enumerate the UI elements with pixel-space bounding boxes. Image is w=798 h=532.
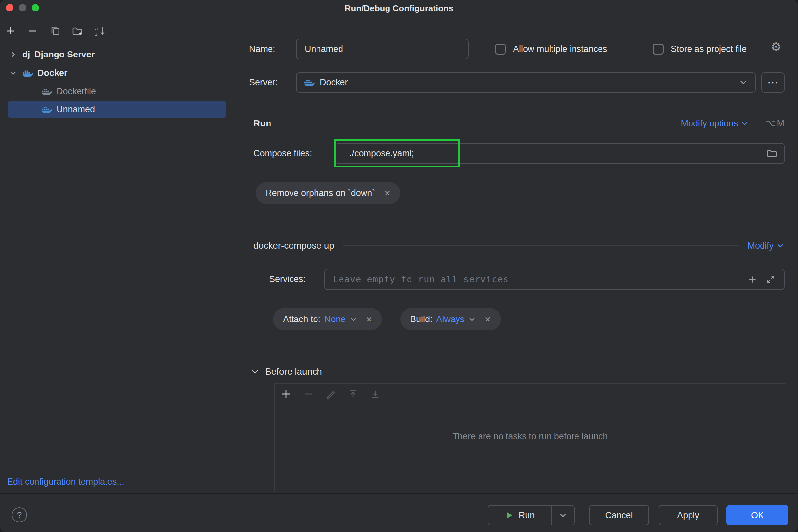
docker-icon xyxy=(304,78,314,87)
svg-text:a: a xyxy=(95,26,98,31)
help-button[interactable]: ? xyxy=(12,507,27,522)
tree-item-dockerfile[interactable]: Dockerfile xyxy=(0,82,236,100)
chevron-down-icon[interactable] xyxy=(8,69,18,77)
docker-icon xyxy=(22,69,33,77)
sidebar-toolbar: a z xyxy=(5,25,106,37)
before-launch-tasks-panel: There are no tasks to run before launch xyxy=(274,383,786,492)
compose-files-input[interactable] xyxy=(335,148,767,158)
tree-item-label: Docker xyxy=(37,68,68,78)
titlebar: Run/Debug Configurations xyxy=(0,0,798,15)
server-select[interactable]: Docker xyxy=(296,72,756,93)
compose-files-label: Compose files: xyxy=(253,143,312,164)
chevron-down-icon xyxy=(251,367,259,376)
store-as-project-file-checkbox[interactable] xyxy=(653,44,664,55)
allow-multiple-instances-option: Allow multiple instances xyxy=(495,39,607,59)
chevron-down-icon xyxy=(739,78,748,87)
modify-options-shortcut: M xyxy=(766,118,784,129)
ok-button[interactable]: OK xyxy=(726,505,788,526)
remove-orphans-pill[interactable]: Remove orphans on `down` × xyxy=(256,182,400,204)
run-section-title: Run xyxy=(253,118,271,129)
chevron-down-icon xyxy=(776,242,784,250)
compose-files-field[interactable] xyxy=(335,143,784,164)
dialog-footer: ? Run Cancel Apply OK xyxy=(0,493,798,532)
django-icon: dj xyxy=(22,50,30,60)
apply-button[interactable]: Apply xyxy=(659,505,718,526)
browse-server-button[interactable]: ⋯ xyxy=(761,72,784,93)
before-launch-header[interactable]: Before launch xyxy=(251,363,322,380)
store-as-project-file-option: Store as project file xyxy=(653,39,747,59)
close-icon[interactable]: × xyxy=(485,313,491,325)
edit-configuration-templates-link[interactable]: Edit configuration templates... xyxy=(7,477,124,487)
add-configuration-icon[interactable] xyxy=(5,25,16,37)
section-divider xyxy=(343,245,739,246)
run-options-dropdown[interactable] xyxy=(551,506,574,525)
modify-options-link[interactable]: Modify options xyxy=(681,118,748,129)
modify-label: Modify xyxy=(747,241,774,251)
build-label: Build: xyxy=(410,314,433,324)
name-field-wrap xyxy=(296,39,469,59)
copy-configuration-icon[interactable] xyxy=(49,25,61,37)
window-title: Run/Debug Configurations xyxy=(0,0,798,15)
close-icon[interactable]: × xyxy=(366,313,373,325)
allow-multiple-instances-checkbox[interactable] xyxy=(495,44,506,55)
gear-icon[interactable]: ⚙ xyxy=(771,40,781,54)
chevron-down-icon xyxy=(350,316,357,323)
new-folder-icon[interactable] xyxy=(72,25,84,37)
run-section-header: Run Modify options M xyxy=(253,114,784,133)
attach-to-label: Attach to: xyxy=(283,314,321,324)
build-pill[interactable]: Build: Always × xyxy=(400,308,501,330)
attach-to-pill[interactable]: Attach to: None × xyxy=(273,308,382,330)
add-service-icon[interactable] xyxy=(748,275,757,284)
name-label: Name: xyxy=(249,39,275,59)
tree-item-docker[interactable]: Docker xyxy=(0,64,236,82)
chevron-down-icon xyxy=(468,316,476,323)
tree-item-label: Unnamed xyxy=(56,104,95,115)
no-tasks-message: There are no tasks to run before launch xyxy=(275,432,785,442)
docker-icon xyxy=(41,87,52,96)
build-value[interactable]: Always xyxy=(436,314,465,324)
configuration-form: Name: Allow multiple instances Store as … xyxy=(237,15,798,492)
run-debug-configurations-dialog: Run/Debug Configurations xyxy=(0,0,798,532)
chevron-right-icon[interactable] xyxy=(8,51,18,58)
remove-configuration-icon[interactable] xyxy=(27,25,39,37)
tasks-toolbar xyxy=(275,384,785,400)
tree-item-django-server[interactable]: dj Django Server xyxy=(0,45,236,64)
remove-task-icon[interactable] xyxy=(302,388,314,400)
run-split-button: Run xyxy=(488,505,575,526)
compose-up-title: docker-compose up xyxy=(253,241,334,251)
shortcut-key-label: M xyxy=(777,118,784,129)
server-label: Server: xyxy=(249,72,278,93)
name-input[interactable] xyxy=(297,44,468,54)
services-label: Services: xyxy=(269,269,306,290)
edit-task-icon[interactable] xyxy=(325,388,337,400)
cancel-button[interactable]: Cancel xyxy=(589,505,649,526)
dialog-content: a z dj Django Server xyxy=(0,15,798,492)
modify-link[interactable]: Modify xyxy=(747,241,784,251)
chevron-down-icon xyxy=(741,119,749,128)
compose-up-section-header: docker-compose up Modify xyxy=(253,237,784,254)
tree-item-unnamed-selected[interactable]: Unnamed xyxy=(7,101,226,118)
tree-item-label: Django Server xyxy=(35,50,95,60)
expand-field-icon[interactable] xyxy=(766,275,775,284)
docker-icon xyxy=(41,105,52,114)
folder-icon[interactable] xyxy=(767,148,784,158)
modify-options-label: Modify options xyxy=(681,118,738,129)
allow-multiple-instances-label: Allow multiple instances xyxy=(513,44,607,54)
services-field[interactable] xyxy=(324,269,784,290)
run-button-label: Run xyxy=(519,510,535,520)
run-button[interactable]: Run xyxy=(488,506,551,525)
before-launch-title: Before launch xyxy=(265,366,322,377)
attach-to-value[interactable]: None xyxy=(324,314,346,324)
configurations-sidebar: a z dj Django Server xyxy=(0,15,236,492)
sort-configurations-icon[interactable]: a z xyxy=(94,25,106,37)
store-as-project-file-label: Store as project file xyxy=(671,44,747,54)
chevron-down-icon xyxy=(559,511,567,519)
move-task-up-icon[interactable] xyxy=(347,388,359,400)
move-task-down-icon[interactable] xyxy=(369,388,381,400)
services-input[interactable] xyxy=(325,274,748,284)
server-select-value: Docker xyxy=(320,77,348,88)
add-task-icon[interactable] xyxy=(280,388,292,400)
remove-orphans-pill-label: Remove orphans on `down` xyxy=(266,188,375,198)
svg-text:z: z xyxy=(95,32,97,36)
close-icon[interactable]: × xyxy=(384,187,391,200)
